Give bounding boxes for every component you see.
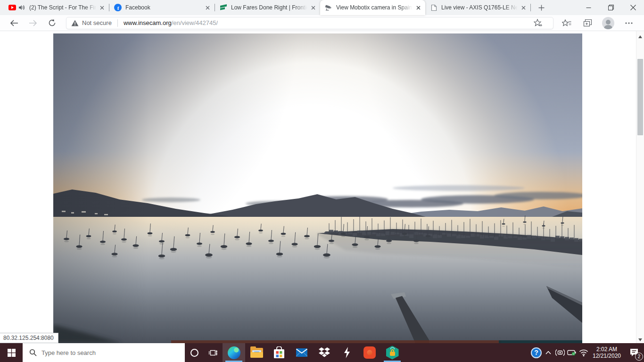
tab-facebook[interactable]: f Facebook xyxy=(109,0,215,15)
tab-close-icon[interactable] xyxy=(203,3,212,12)
task-view-button[interactable] xyxy=(204,343,223,362)
browser-tab-strip: (2) The Script - For The First f Faceboo… xyxy=(0,0,644,15)
browser-menu-icon[interactable] xyxy=(622,16,636,30)
search-placeholder: Type here to search xyxy=(41,349,96,356)
scrollbar-down-arrow[interactable] xyxy=(638,338,642,341)
wifi-tray-icon[interactable] xyxy=(578,343,589,362)
url-text: www.insecam.org/en/view/442745/ xyxy=(124,19,218,26)
tab-axis-live-view[interactable]: Live view - AXIS Q1765-LE Net xyxy=(425,0,530,15)
browser-toolbar: Not secure www.insecam.org/en/view/44274… xyxy=(0,15,644,31)
url-path: /en/view/442745/ xyxy=(172,19,218,26)
tab-title: View Mobotix camera in Spain xyxy=(336,4,414,11)
youtube-icon xyxy=(8,4,16,11)
refresh-button[interactable] xyxy=(45,16,58,30)
tab-title: Live view - AXIS Q1765-LE Net xyxy=(441,4,519,11)
tab-youtube[interactable]: (2) The Script - For The First xyxy=(4,0,109,15)
url-host: www.insecam.org xyxy=(124,19,172,26)
collections-icon[interactable] xyxy=(580,16,594,30)
not-secure-label: Not secure xyxy=(82,19,112,26)
tab-close-icon[interactable] xyxy=(98,3,106,12)
tab-close-icon[interactable] xyxy=(414,3,422,12)
page-scrollbar[interactable] xyxy=(636,31,644,343)
tab-title: Facebook xyxy=(125,4,203,11)
taskbar-mail-icon[interactable] xyxy=(290,343,313,362)
facebook-icon: f xyxy=(114,4,122,11)
tab-mobotix-active[interactable]: View Mobotix camera in Spain xyxy=(320,0,425,15)
taskbar-dropbox-icon[interactable] xyxy=(313,343,336,362)
site-security-chip[interactable]: Not secure xyxy=(71,19,112,26)
forward-button[interactable] xyxy=(26,16,40,30)
tab-frontier[interactable]: Low Fares Done Right | Frontier xyxy=(215,0,320,15)
add-favorite-icon[interactable] xyxy=(531,16,545,30)
webcam-image xyxy=(53,33,582,343)
taskbar-edge-icon[interactable] xyxy=(223,343,245,362)
clock-time: 2:02 AM xyxy=(590,346,623,353)
notification-count-badge: 2 xyxy=(635,353,643,361)
search-icon xyxy=(29,349,37,356)
window-close-button[interactable] xyxy=(622,0,644,15)
scrollbar-up-arrow[interactable] xyxy=(638,35,642,38)
tab-title: (2) The Script - For The First xyxy=(29,4,98,11)
tab-title: Low Fares Done Right | Frontier xyxy=(231,4,309,11)
taskbar-file-explorer-icon[interactable] xyxy=(245,343,268,362)
help-tray-icon[interactable]: ? xyxy=(530,343,542,362)
taskbar-security-vpn-icon[interactable] xyxy=(381,343,404,362)
frontier-icon xyxy=(220,4,227,11)
warning-icon xyxy=(71,20,79,26)
svg-text:f: f xyxy=(117,5,119,11)
scrollbar-thumb[interactable] xyxy=(637,59,643,135)
windows-taskbar: Type here to search ? 2: xyxy=(0,343,644,362)
page-content: 80.32.125.254:8080 xyxy=(0,31,644,343)
new-tab-button[interactable] xyxy=(535,1,548,14)
action-center-button[interactable]: 2 xyxy=(624,343,644,362)
window-minimize-button[interactable] xyxy=(578,0,600,15)
security-camera-icon xyxy=(325,4,332,11)
start-button[interactable] xyxy=(0,343,23,362)
clock-date: 12/21/2020 xyxy=(590,353,623,359)
tab-audio-icon[interactable] xyxy=(18,4,25,11)
favorites-bar-icon[interactable] xyxy=(560,16,574,30)
taskbar-microsoft-store-icon[interactable] xyxy=(268,343,290,362)
omnibox-divider xyxy=(117,19,118,27)
window-restore-button[interactable] xyxy=(600,0,622,15)
taskbar-search-input[interactable]: Type here to search xyxy=(23,343,185,362)
document-icon xyxy=(430,4,438,11)
tab-close-icon[interactable] xyxy=(309,3,317,12)
address-bar[interactable]: Not secure www.insecam.org/en/view/44274… xyxy=(66,17,553,29)
tab-separator xyxy=(530,4,531,11)
cortana-button[interactable] xyxy=(185,343,204,362)
profile-avatar[interactable] xyxy=(601,16,615,30)
taskbar-clock[interactable]: 2:02 AM 12/21/2020 xyxy=(589,346,624,359)
show-hidden-icons-chevron[interactable] xyxy=(542,343,554,362)
taskbar-office-icon[interactable] xyxy=(358,343,381,362)
back-button[interactable] xyxy=(8,16,21,30)
tab-close-icon[interactable] xyxy=(519,3,528,12)
battery-status-tray-icon[interactable] xyxy=(566,343,578,362)
taskbar-lightning-app-icon[interactable] xyxy=(336,343,358,362)
status-bar-link-preview: 80.32.125.254:8080 xyxy=(0,333,58,343)
capture-tray-icon[interactable] xyxy=(554,343,566,362)
